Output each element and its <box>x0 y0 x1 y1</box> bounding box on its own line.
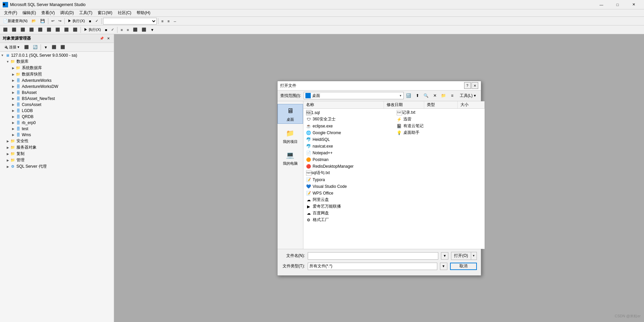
tree-item-replication[interactable]: ▶ 📁 复制 <box>0 151 114 157</box>
menu-file[interactable]: 文件(F) <box>1 9 20 16</box>
maximize-button[interactable]: □ <box>610 0 625 9</box>
location-newfolder-button[interactable]: 📁 <box>440 92 447 99</box>
tree-item-rberp0[interactable]: ▶ 🗄 rb_erp0 <box>0 120 114 126</box>
list-item[interactable]: TXT记录.txt <box>394 109 485 116</box>
list-item[interactable]: 🛡360安全卫士 <box>303 116 394 123</box>
list-item[interactable]: 💙Visual Studio Code <box>303 183 394 190</box>
management-toggle[interactable]: ▶ <box>5 158 10 163</box>
redo-button[interactable]: ↪ <box>57 17 63 25</box>
tb2-btn11[interactable]: ⬛ <box>140 26 148 34</box>
list-item[interactable]: 📝Typora <box>303 176 394 183</box>
lgdb-toggle[interactable]: ▶ <box>11 108 15 113</box>
open-file-button[interactable]: 📂 <box>30 17 38 25</box>
bsasset-nt-toggle[interactable]: ▶ <box>11 96 15 101</box>
tb2-btn6[interactable]: ⬛ <box>45 26 53 34</box>
tb2-btn3[interactable]: ⬛ <box>19 26 27 34</box>
connect-button[interactable]: 🔌 连接 ▾ <box>1 44 22 51</box>
stop-button[interactable]: ■ <box>87 17 93 25</box>
list-item[interactable]: 🌐Google Chrome <box>303 129 394 136</box>
qrdb-toggle[interactable]: ▶ <box>11 114 15 119</box>
aw-toggle[interactable]: ▶ <box>11 78 15 83</box>
execute-button[interactable]: ▶ 执行(X) <box>66 17 87 25</box>
tb2-align2[interactable]: ≡ <box>125 26 131 34</box>
sqlagent-toggle[interactable]: ▶ <box>5 164 10 169</box>
location-combo[interactable]: 桌面 ▼ <box>304 92 403 99</box>
col-date-header[interactable]: 修改日期 <box>384 101 424 108</box>
databases-folder[interactable]: ▼ 📁 数据库 <box>0 58 114 65</box>
menu-edit[interactable]: 编辑(E) <box>20 9 39 16</box>
location-search-button[interactable]: 🔍 <box>423 92 430 99</box>
open-button-main[interactable]: 打开(O) <box>451 252 471 260</box>
menu-window[interactable]: 窗口(W) <box>95 9 115 16</box>
list-item[interactable]: 📄Notepad++ <box>303 150 394 156</box>
comment-button[interactable]: -- <box>172 17 178 25</box>
tb2-btn9[interactable]: ⬛ <box>71 26 79 34</box>
list-item[interactable]: 📝WPS Office <box>303 190 394 197</box>
tree-item-wms[interactable]: ▶ 🗄 Wms <box>0 132 114 138</box>
menu-tools[interactable]: 工具(T) <box>77 9 95 16</box>
location-delete-button[interactable]: ✕ <box>431 92 439 99</box>
tree-item-test[interactable]: ▶ 🗄 test <box>0 126 114 132</box>
close-button[interactable]: ✕ <box>626 0 641 9</box>
tb2-execute[interactable]: ▶ 执行(X) <box>82 26 103 34</box>
open-button[interactable]: 打开(O) ▼ <box>451 252 477 260</box>
location-up-button[interactable]: ⬆ <box>414 92 421 99</box>
consasset-toggle[interactable]: ▶ <box>11 102 15 107</box>
menu-debug[interactable]: 调试(D) <box>57 9 77 16</box>
filename-dropdown[interactable]: ▼ <box>441 252 448 260</box>
tree-item-adventureworks[interactable]: ▶ 🗄 AdventureWorks <box>0 77 114 84</box>
list-item[interactable]: 💡桌面助手 <box>394 129 485 136</box>
rberp0-toggle[interactable]: ▶ <box>11 120 15 125</box>
tree-item-adventureworksdw[interactable]: ▶ 🗄 AdventureWorksDW <box>0 84 114 90</box>
tb2-btn2[interactable]: ⬛ <box>10 26 18 34</box>
tb2-btn4[interactable]: ⬛ <box>28 26 36 34</box>
undo-button[interactable]: ↩ <box>50 17 56 25</box>
list-item[interactable]: ☁百度网盘 <box>303 210 394 217</box>
dialog-help-button[interactable]: ? <box>464 82 471 89</box>
tb2-down[interactable]: ▼ <box>149 26 156 34</box>
filetype-input[interactable] <box>308 263 437 270</box>
tb2-stop[interactable]: ■ <box>103 26 109 34</box>
list-item[interactable]: ☕eclipse.exe <box>303 123 394 129</box>
serverobj-toggle[interactable]: ▶ <box>5 145 10 150</box>
tree-item-lgdb[interactable]: ▶ 🗄 LGDB <box>0 108 114 114</box>
tree-item-consasset[interactable]: ▶ 🗄 ConsAsset <box>0 102 114 108</box>
tree-item-security[interactable]: ▶ 📁 安全性 <box>0 138 114 144</box>
parse-button[interactable]: ✓ <box>94 17 100 25</box>
replication-toggle[interactable]: ▶ <box>5 152 10 156</box>
nav-desktop[interactable]: 🖥 桌面 <box>278 104 303 124</box>
databases-toggle[interactable]: ▼ <box>5 59 10 64</box>
list-item[interactable]: ⚙格式工厂 <box>303 217 394 223</box>
list-item[interactable]: 🐬HeidiSQL <box>303 136 394 143</box>
sysdbs-toggle[interactable]: ▶ <box>11 66 15 70</box>
snapshots-toggle[interactable]: ▶ <box>11 72 15 77</box>
align-left-button[interactable]: ≡ <box>160 17 165 25</box>
database-selector[interactable] <box>103 18 157 24</box>
security-toggle[interactable]: ▶ <box>5 139 10 144</box>
tb2-btn5[interactable]: ⬛ <box>36 26 44 34</box>
nav-mycomputer[interactable]: 💻 我的电脑 <box>278 148 303 167</box>
col-type-header[interactable]: 类型 <box>424 101 458 108</box>
menu-community[interactable]: 社区(C) <box>115 9 134 16</box>
tb2-align[interactable]: ≡ <box>119 26 124 34</box>
new-query-button[interactable]: 📄 新建查询(N) <box>1 17 29 25</box>
oe-options-button[interactable]: ⬛ <box>59 44 67 51</box>
panel-close-button[interactable]: ✕ <box>106 36 111 41</box>
location-views-button[interactable]: ≡ <box>449 92 456 99</box>
filetype-dropdown[interactable]: ▼ <box>440 263 447 270</box>
save-button[interactable]: 💾 <box>39 17 47 25</box>
location-back-button[interactable]: 🔙 <box>405 92 412 99</box>
bsasset-toggle[interactable]: ▶ <box>11 90 15 95</box>
tb2-btn7[interactable]: ⬛ <box>54 26 62 34</box>
tb2-check[interactable]: ✓ <box>109 26 116 34</box>
list-item[interactable]: ☁阿里云盘 <box>303 197 394 203</box>
cancel-button[interactable]: 取消 <box>450 263 477 270</box>
tree-item-qrdb[interactable]: ▶ 🗄 QRDB <box>0 114 114 120</box>
align-right-button[interactable]: ≡ <box>166 17 171 25</box>
oe-disconnect-button[interactable]: ⬛ <box>22 44 31 51</box>
oe-refresh-button[interactable]: 🔄 <box>31 44 39 51</box>
list-item[interactable]: TXTsql语句.txt <box>303 170 394 176</box>
list-item[interactable]: SQL1.sql <box>303 109 394 116</box>
open-button-arrow[interactable]: ▼ <box>471 252 477 260</box>
pin-button[interactable]: 📌 <box>99 36 104 41</box>
